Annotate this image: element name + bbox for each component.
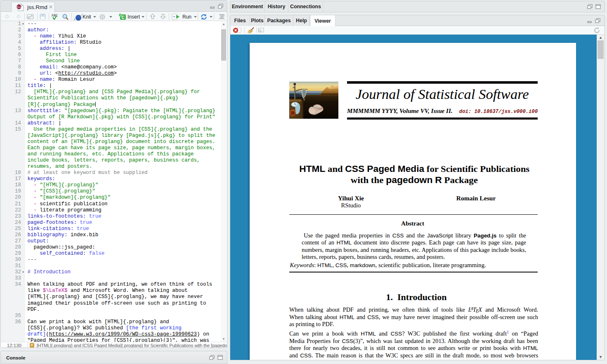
svg-text:C: C (121, 15, 124, 20)
svg-text:Rmd: Rmd (17, 6, 21, 8)
svg-text:s: s (74, 17, 75, 21)
svg-text:ABC: ABC (51, 14, 58, 17)
